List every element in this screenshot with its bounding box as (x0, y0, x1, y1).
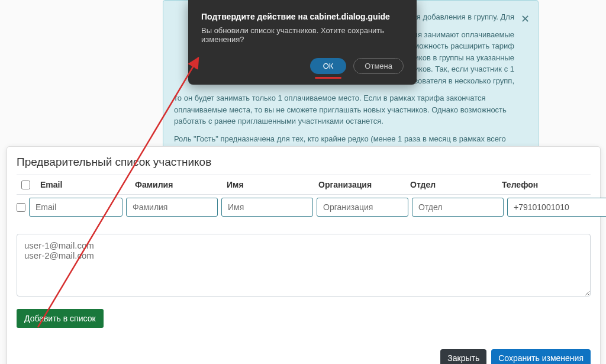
email-input[interactable] (29, 198, 123, 217)
emails-textarea[interactable] (17, 234, 591, 297)
modal-title: Предварительный список участников (17, 156, 591, 169)
confirm-cancel-button[interactable]: Отмена (353, 58, 404, 74)
dept-input[interactable] (412, 198, 504, 217)
participants-modal: Предварительный список участников Email … (7, 146, 601, 364)
name-input[interactable] (221, 198, 313, 217)
confirm-title: Подтвердите действие на cabinet.dialog.g… (201, 12, 404, 21)
col-name: Имя (221, 176, 312, 193)
confirm-dialog: Подтвердите действие на cabinet.dialog.g… (188, 0, 417, 85)
col-dept: Отдел (404, 176, 496, 193)
phone-input[interactable] (507, 198, 606, 217)
participants-table: Email Фамилия Имя Организация Отдел Теле… (17, 175, 591, 220)
add-to-list-button[interactable]: Добавить в список (17, 309, 104, 328)
surname-input[interactable] (126, 198, 218, 217)
row-checkbox[interactable] (17, 203, 25, 212)
save-button[interactable]: Сохранить изменения (491, 349, 591, 364)
close-icon[interactable]: ✕ (521, 11, 530, 27)
col-org: Организация (312, 176, 404, 193)
table-header-row: Email Фамилия Имя Организация Отдел Теле… (17, 175, 591, 195)
org-input[interactable] (317, 198, 408, 217)
col-surname: Фамилия (129, 176, 221, 193)
table-row (17, 195, 591, 220)
confirm-message: Вы обновили список участников. Хотите со… (201, 26, 404, 44)
close-button[interactable]: Закрыть (440, 349, 486, 364)
modal-footer: Закрыть Сохранить изменения (17, 349, 591, 364)
info-text: то он будет занимать только 1 оплачиваем… (174, 92, 514, 127)
col-phone: Телефон (496, 176, 591, 193)
select-all-checkbox[interactable] (21, 181, 30, 189)
confirm-ok-button[interactable]: ОК (310, 58, 347, 74)
col-email: Email (34, 176, 129, 193)
